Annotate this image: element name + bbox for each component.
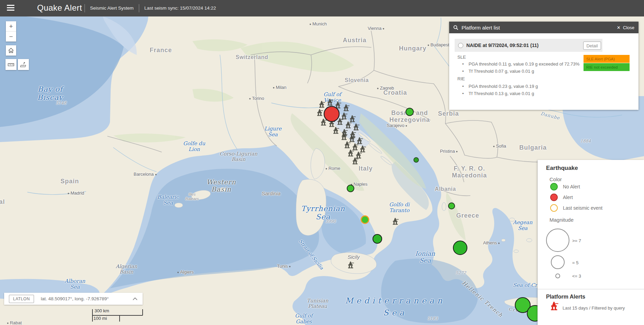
legend-panel: Earthquake Color No Alert Alert Last sei… — [537, 160, 644, 325]
legend-item-alert: Alert — [550, 194, 573, 201]
magnitude-circle-small — [555, 274, 560, 278]
magnitude-label-7: >= 7 — [572, 238, 581, 243]
panel-title: Platform alert list — [462, 25, 500, 31]
legend-color-label: Color — [549, 176, 562, 182]
magnitude-circle-medium — [551, 255, 565, 269]
zoom-control: + − — [6, 21, 16, 42]
scale-mi-label: 100 mi — [93, 316, 107, 321]
platform-alert-panel-header: Platform alert list ✕ Close — [449, 22, 639, 33]
detail-button[interactable]: Detail — [583, 42, 601, 50]
coordinates-widget: LATLON lat. 48.509017°, long. -7.926789° — [4, 293, 143, 305]
rie-section-label: RIE — [457, 76, 465, 81]
app-window: Bay of Biscay5148FranceMunichViennaSwitz… — [0, 0, 644, 325]
rie-bullet: •PGA threshold 0.23 g, value 0.19 g — [462, 84, 538, 89]
legend-divider — [538, 289, 644, 289]
magnitude-circle-large — [546, 229, 569, 252]
latlon-mode-button[interactable]: LATLON — [9, 295, 34, 303]
platform-alert-panel: Platform alert list ✕ Close NAIDE at 9/7… — [449, 22, 639, 110]
sle-status-badge: SLE Alert (PGA) — [584, 55, 630, 63]
zoom-out-button[interactable]: − — [6, 32, 16, 42]
platform-rig-icon — [549, 301, 559, 313]
chevron-up-icon[interactable] — [132, 297, 138, 301]
menu-icon[interactable] — [7, 5, 15, 12]
sle-section-label: SLE — [457, 55, 466, 60]
rie-bullet: •Tf Threshold 0.13 g, value 0.01 g — [462, 91, 534, 96]
close-button[interactable]: ✕ Close — [617, 25, 634, 30]
area-measure-icon — [20, 61, 27, 68]
sle-bullet: •PGA threshold 0.11 g, value 0.19 g exce… — [462, 61, 579, 67]
last-sync-status: Last seism sync: 15/07/2024 14:22 — [144, 5, 216, 11]
magnitude-label-3: <= 3 — [572, 274, 581, 279]
search-icon — [453, 25, 458, 30]
app-subtitle: Seismic Alert System — [90, 5, 134, 11]
measure-distance-button[interactable] — [5, 59, 16, 70]
platform-alerts-caption: Last 15 days / Filtered by query — [563, 305, 625, 311]
platform-alerts-title: Platform Alerts — [546, 294, 585, 300]
measure-area-button[interactable] — [18, 59, 29, 70]
alert-item-title: NAIDE at 9/7/2024, 09:52:01 (11) — [466, 43, 538, 48]
app-title: Quake Alert — [37, 3, 82, 13]
close-label: Close — [623, 25, 634, 30]
legend-item-no-alert: No Alert — [550, 183, 580, 190]
no-alert-swatch — [550, 183, 558, 190]
zoom-in-button[interactable]: + — [6, 21, 16, 31]
alert-list-item[interactable]: NAIDE at 9/7/2024, 09:52:01 (11) — [455, 39, 602, 52]
app-header: Quake Alert Seismic Alert System Last se… — [0, 0, 644, 16]
header-divider — [139, 4, 139, 12]
rie-status-badge: RIE not exceeded — [584, 63, 630, 71]
home-button[interactable] — [6, 45, 16, 56]
scale-km-label: 300 km — [95, 308, 109, 313]
alert-swatch — [550, 194, 558, 201]
sle-bullet: •Tf Threshold 0.07 g, value 0.01 g — [462, 69, 534, 74]
legend-title: Earthquake — [546, 165, 578, 172]
ruler-icon — [8, 61, 14, 68]
home-icon — [8, 47, 14, 54]
header-divider — [85, 4, 85, 12]
magnitude-label-5: = 5 — [572, 260, 578, 265]
latlon-value: lat. 48.509017°, long. -7.926789° — [41, 296, 109, 301]
close-icon: ✕ — [617, 25, 621, 30]
scale-bar: 300 km 100 mi — [92, 308, 144, 324]
alert-item-radio[interactable] — [458, 43, 463, 48]
last-seismic-event-swatch — [550, 204, 558, 212]
legend-item-last-seismic-event: Last seismic event — [550, 204, 602, 212]
legend-magnitude-label: Magnitude — [549, 217, 574, 223]
